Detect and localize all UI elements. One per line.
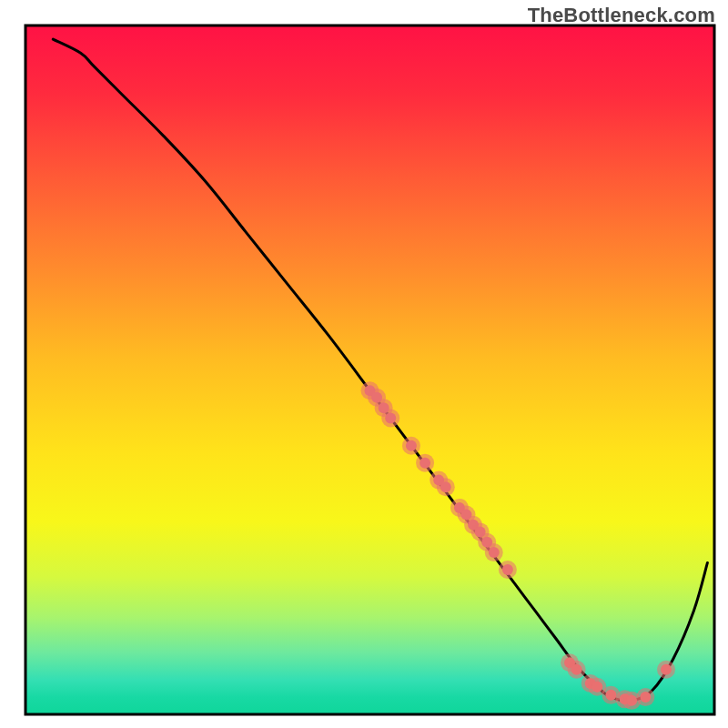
svg-point-43 [626, 695, 637, 706]
data-point [437, 478, 455, 496]
data-point [657, 661, 675, 679]
watermark-text: TheBottleneck.com [528, 4, 715, 27]
svg-point-29 [502, 564, 513, 575]
data-point [485, 543, 503, 561]
data-point [568, 661, 586, 679]
chart-container: TheBottleneck.com [0, 0, 728, 728]
data-point [402, 437, 420, 455]
svg-point-9 [406, 440, 417, 451]
data-point [381, 409, 399, 427]
svg-point-37 [592, 682, 602, 693]
svg-point-47 [661, 664, 672, 675]
svg-point-15 [440, 481, 451, 492]
svg-point-11 [420, 458, 430, 469]
svg-point-27 [489, 547, 500, 558]
chart-svg [0, 0, 728, 728]
data-point [636, 688, 654, 706]
svg-point-7 [385, 412, 396, 423]
svg-point-39 [605, 690, 616, 701]
chart-background [25, 25, 714, 714]
svg-point-33 [571, 664, 582, 675]
data-point [416, 454, 434, 472]
svg-point-45 [640, 692, 651, 703]
data-point [499, 561, 517, 579]
